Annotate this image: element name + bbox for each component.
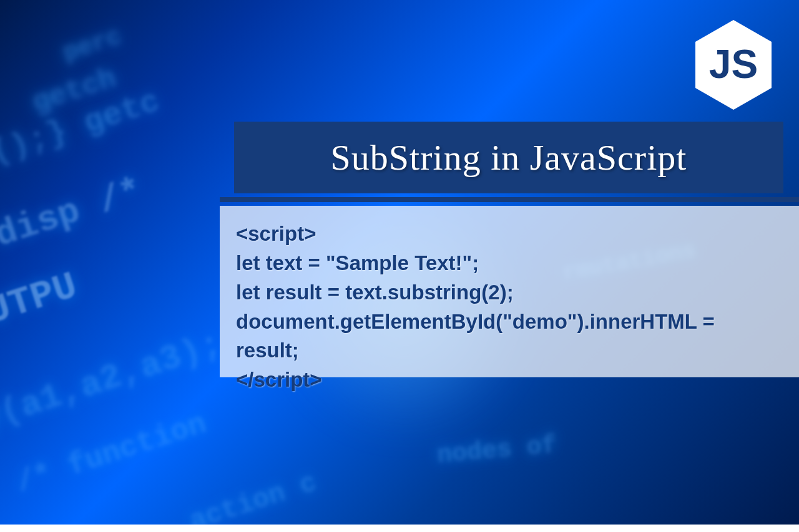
bg-code-text: OUTPU: [0, 264, 82, 342]
code-line: document.getElementById("demo").innerHTM…: [236, 307, 783, 366]
bottom-border: [0, 525, 799, 532]
logo-text: JS: [709, 42, 758, 87]
hexagon-logo-icon: JS: [693, 19, 774, 111]
bg-code-text: nodes of: [436, 432, 557, 470]
bg-code-text: //disp /*: [0, 170, 147, 269]
js-logo: JS: [693, 19, 774, 111]
bg-code-text: perc: [59, 22, 125, 67]
code-line: let result = text.substring(2);: [236, 278, 783, 307]
bg-code-text: action c: [185, 467, 320, 532]
code-line: let text = "Sample Text!";: [236, 249, 783, 278]
page-title: SubString in JavaScript: [331, 137, 687, 178]
code-line: <script>: [236, 220, 783, 249]
code-line: </script>: [236, 365, 783, 395]
code-snippet-box: <script> let text = "Sample Text!"; let …: [220, 206, 799, 377]
title-bar: SubString in JavaScript: [234, 122, 783, 193]
title-underline: [220, 197, 799, 202]
